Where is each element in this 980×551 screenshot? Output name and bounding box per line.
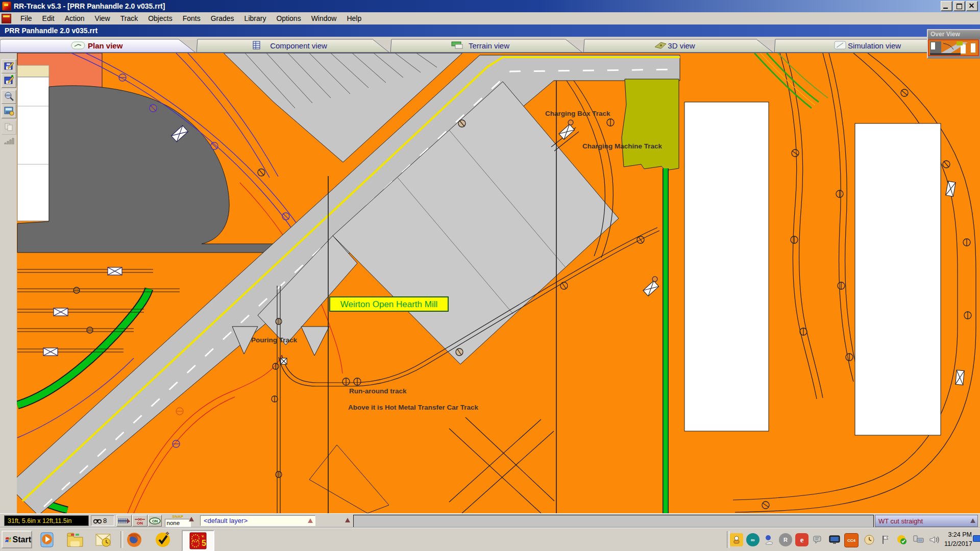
file-explorer-launcher[interactable]	[65, 531, 85, 549]
rr-track-task-button[interactable]: 5 v.	[182, 530, 214, 551]
hint-spinner[interactable]	[970, 518, 975, 523]
snap-spinner[interactable]	[189, 517, 194, 521]
window-controls	[941, 1, 980, 11]
svg-text:Simulation view: Simulation view	[848, 41, 901, 50]
label-hot-metal[interactable]: Above it is Hot Metal Transfer Car Track	[348, 404, 479, 411]
restore-button[interactable]	[953, 1, 965, 11]
layer-spinner[interactable]	[308, 518, 313, 523]
app-logo-icon	[2, 2, 11, 11]
close-button[interactable]	[966, 1, 978, 11]
white-building-2[interactable]	[855, 123, 941, 435]
tray-user-icon[interactable]	[763, 533, 776, 546]
tray-gold-app-icon[interactable]	[730, 533, 743, 546]
copy-button[interactable]	[2, 120, 16, 135]
calculator-button[interactable]	[2, 104, 16, 118]
view-tab-strip: Plan view Component view Terrain view 3D…	[0, 37, 980, 53]
data-table[interactable]	[17, 77, 49, 221]
join-on-button[interactable]: ON	[132, 515, 148, 527]
tab-terrain-view[interactable]: Terrain view	[390, 39, 582, 53]
document-icon[interactable]	[2, 14, 11, 23]
track-tool-button[interactable]	[116, 515, 132, 527]
plan-view-icon	[71, 42, 85, 49]
snap-mode-control[interactable]: SNAP none	[162, 515, 193, 527]
tray-sync-clock-icon[interactable]	[863, 533, 876, 546]
menu-help[interactable]: Help	[341, 13, 366, 24]
norton-launcher[interactable]	[153, 531, 173, 549]
tray-volume-icon[interactable]	[928, 533, 941, 546]
document-title-bar: PRR Panhandle 2.0 v035.rrt	[0, 24, 980, 37]
tray-arduino-icon[interactable]: ∞	[746, 533, 760, 546]
tab-plan-view[interactable]: Plan view	[0, 39, 195, 53]
folder-icon	[66, 532, 84, 547]
calculator-icon	[4, 106, 14, 116]
overview-window[interactable]: Over View	[927, 29, 980, 59]
firefox-launcher[interactable]	[125, 531, 144, 549]
minimize-button[interactable]	[941, 1, 952, 11]
menu-bar: File Edit Action View Track Objects Font…	[0, 12, 980, 25]
tray-divider	[727, 531, 729, 548]
clock-time: 3:24 PM	[944, 530, 972, 539]
outlook-launcher[interactable]	[94, 531, 113, 549]
rr-track-app: { "window": { "title": "RR-Track v5.3 - …	[0, 0, 980, 551]
tab-3d-view[interactable]: 3D view	[583, 39, 773, 53]
taskbar: Start	[0, 528, 980, 551]
label-mill[interactable]: Weirton Open Hearth Mill	[330, 297, 448, 311]
snap-on-button[interactable]: ON	[148, 515, 162, 527]
label-charging-box-track[interactable]: Charging Box Track	[545, 110, 610, 117]
tray-antivirus-icon[interactable]	[895, 533, 909, 546]
tray-flag-icon[interactable]	[879, 533, 892, 546]
message-area	[353, 515, 874, 528]
snap-caption: SNAP	[162, 515, 193, 519]
menu-edit[interactable]: Edit	[37, 13, 60, 24]
menu-window[interactable]: Window	[306, 13, 342, 24]
tray-display-icon[interactable]	[828, 533, 841, 546]
menu-grades[interactable]: Grades	[206, 13, 239, 24]
svg-text:Plan view: Plan view	[88, 41, 123, 50]
track-ladder-icon	[118, 517, 130, 524]
overview-thumbnail[interactable]	[928, 39, 979, 56]
tray-network-icon[interactable]	[912, 533, 925, 546]
join-on-icon: ON	[134, 517, 146, 525]
tray-cc4-icon[interactable]: CC4	[844, 533, 859, 547]
svg-text:ON: ON	[137, 521, 143, 525]
menu-fonts[interactable]: Fonts	[178, 13, 206, 24]
clock-date: 11/2/2017	[944, 539, 972, 548]
norton-icon	[155, 532, 171, 548]
menu-file[interactable]: File	[15, 13, 37, 24]
svg-text:Component view: Component view	[270, 41, 327, 50]
plan-canvas[interactable]: Charging Box Track Charging Machine Trac…	[17, 53, 980, 513]
white-building-1[interactable]	[684, 102, 769, 431]
tray-clock[interactable]: 3:24 PM 11/2/2017	[944, 530, 972, 548]
menu-action[interactable]: Action	[60, 13, 90, 24]
layer-selector[interactable]: <default layer>	[200, 515, 315, 526]
menu-track[interactable]: Track	[115, 13, 143, 24]
start-button[interactable]: Start	[2, 531, 32, 548]
window-title: RR-Track v5.3 - [PRR Panhandle 2.0 v035.…	[14, 2, 165, 10]
tray-messenger-icon[interactable]	[812, 533, 825, 546]
menu-view[interactable]: View	[90, 13, 115, 24]
media-player-launcher[interactable]	[38, 531, 57, 549]
save-button[interactable]	[2, 59, 16, 73]
olive-terrain-patch[interactable]	[622, 79, 679, 170]
print-preview-button[interactable]	[2, 90, 16, 104]
menu-objects[interactable]: Objects	[143, 13, 177, 24]
tray-explorer-icon[interactable]: e	[795, 533, 808, 546]
menu-library[interactable]: Library	[239, 13, 272, 24]
binoculars-icon	[93, 518, 102, 524]
save-as-button[interactable]	[2, 73, 16, 88]
document-title: PRR Panhandle 2.0 v035.rrt	[5, 27, 97, 35]
snap-value[interactable]: none	[165, 519, 191, 527]
scroll-left-spinner[interactable]	[345, 518, 350, 522]
tray-registry-icon[interactable]: R	[779, 533, 792, 546]
show-desktop-icon[interactable]	[973, 535, 980, 542]
label-charging-machine-track[interactable]: Charging Machine Track	[582, 142, 663, 150]
statistics-button[interactable]	[2, 135, 15, 148]
windows-logo-icon	[5, 535, 11, 544]
menu-options[interactable]: Options	[271, 13, 306, 24]
label-runaround-track[interactable]: Run-around track	[349, 387, 407, 395]
label-pouring-track[interactable]: Pouring Track	[251, 336, 298, 344]
status-bar: 31ft, 5.6in x 12ft,11.5in 8 ON ON SNAP n…	[0, 513, 980, 528]
tab-component-view[interactable]: Component view	[197, 39, 389, 53]
overview-title: Over View	[928, 30, 980, 39]
find-count-panel: 8	[91, 515, 114, 526]
